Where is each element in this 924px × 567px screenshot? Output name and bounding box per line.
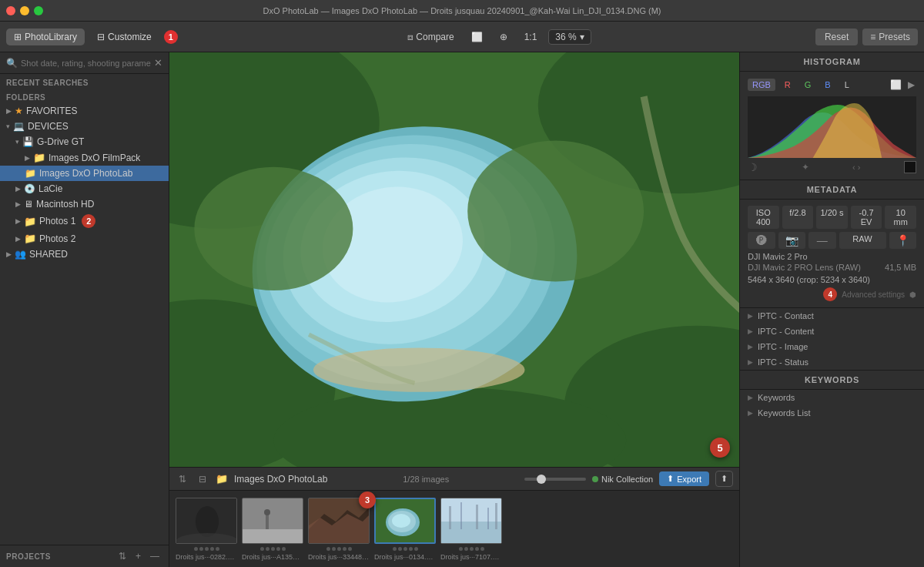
tab-b[interactable]: B xyxy=(820,79,835,91)
thumbnail-label: Droits jus···7107.ARW xyxy=(440,553,502,561)
shadow-icon[interactable]: ☽ xyxy=(748,161,758,173)
chevron-right-icon-p2: ▶ xyxy=(15,235,21,243)
right-arrow-icon[interactable]: › xyxy=(858,163,861,172)
histogram-chart xyxy=(748,96,916,158)
meta-focal: 10 mm xyxy=(885,206,916,229)
thumb-rating xyxy=(260,547,286,551)
zoom-1to1-button[interactable]: 1:1 xyxy=(519,29,543,45)
histogram-view-icons: ⬜ ▶ xyxy=(889,78,916,92)
sidebar-item-photos1[interactable]: ▶ 📁 Photos 1 2 xyxy=(0,212,169,230)
reset-button[interactable]: Reset xyxy=(815,29,858,45)
badge-3: 3 xyxy=(359,492,376,508)
iptc-content-item[interactable]: ▶ IPTC - Content xyxy=(740,324,924,339)
folder-icon-p1: 📁 xyxy=(24,216,36,227)
fit-button[interactable]: ⊕ xyxy=(494,29,513,45)
chevron-right-icon: ▶ xyxy=(748,409,753,417)
meta-location-button[interactable]: 📍 xyxy=(889,232,917,249)
highlight-icon[interactable]: ✦ xyxy=(802,162,809,173)
histogram-display-button[interactable]: ⬜ xyxy=(889,78,903,92)
keywords-list-item[interactable]: ▶ Keywords List xyxy=(740,405,924,421)
list-item[interactable]: Droits jus···7107.ARW xyxy=(440,498,502,561)
sidebar-scroll: RECENT SEARCHES FOLDERS ▶ ★ FAVORITES ▾ … xyxy=(0,74,169,545)
filmstrip-filter-button[interactable]: ⊟ xyxy=(196,473,209,485)
minimize-button[interactable] xyxy=(20,6,29,15)
search-input[interactable] xyxy=(21,59,151,68)
thumb-rating xyxy=(194,547,219,551)
svg-point-16 xyxy=(196,506,219,537)
share-button[interactable]: ⬆ xyxy=(715,471,733,487)
search-clear-button[interactable]: ✕ xyxy=(154,57,162,69)
fullscreen-button[interactable] xyxy=(34,6,43,15)
main-layout: 🔍 ✕ RECENT SEARCHES FOLDERS ▶ ★ FAVORITE… xyxy=(0,52,924,567)
advanced-settings-button[interactable]: Advanced settings xyxy=(842,290,905,299)
compare-button[interactable]: ⧈ Compare xyxy=(402,29,460,45)
thumbnail-selected[interactable] xyxy=(374,498,436,544)
metadata-section: ISO 400 f/2.8 1/20 s -0.7 EV 10 mm 🅟 📷 —… xyxy=(740,200,924,308)
meta-shutter: 1/20 s xyxy=(816,206,848,229)
window-title: DxO PhotoLab — Images DxO PhotoLab — Dro… xyxy=(263,6,661,15)
meta-palette-button[interactable]: 🅟 xyxy=(748,232,775,249)
more-projects-button[interactable]: — xyxy=(147,550,162,562)
iptc-image-item[interactable]: ▶ IPTC - Image xyxy=(740,339,924,354)
list-item[interactable]: Droits jus···0134.DNG xyxy=(374,498,436,561)
tab-l[interactable]: L xyxy=(840,79,854,91)
histogram-header: HISTOGRAM xyxy=(740,52,924,72)
meta-dash-button[interactable]: — xyxy=(808,232,836,249)
star-icon: ★ xyxy=(15,106,23,116)
nik-collection-badge: Nik Collection xyxy=(592,475,653,484)
tab-r[interactable]: R xyxy=(780,79,795,91)
thumb-rating xyxy=(393,547,418,551)
sort-projects-button[interactable]: ⇅ xyxy=(116,550,129,562)
iptc-contact-item[interactable]: ▶ IPTC - Contact xyxy=(740,308,924,324)
sidebar-item-photos2[interactable]: ▶ 📁 Photos 2 xyxy=(0,230,169,247)
chevron-right-icon-fp: ▶ xyxy=(25,154,30,162)
sidebar-item-lacie[interactable]: ▶ 💿 LaCie xyxy=(0,181,169,196)
filmstrip-folder-name: Images DxO PhotoLab xyxy=(234,474,327,485)
display-mode-button[interactable]: ⬜ xyxy=(466,29,488,45)
search-icon: 🔍 xyxy=(6,58,18,69)
filmstrip-zoom-slider[interactable] xyxy=(524,478,586,481)
svg-point-28 xyxy=(392,514,410,528)
iptc-status-item[interactable]: ▶ IPTC - Status xyxy=(740,354,924,370)
presets-button[interactable]: ≡ Presets xyxy=(862,29,918,45)
add-project-button[interactable]: + xyxy=(132,550,144,562)
customize-button[interactable]: ⊟ Customize xyxy=(89,29,159,45)
sidebar-item-gdrive[interactable]: ▾ 💾 G-Drive GT xyxy=(0,134,169,149)
left-arrow-icon[interactable]: ‹ xyxy=(852,163,855,172)
tab-g[interactable]: G xyxy=(800,79,816,91)
svg-rect-34 xyxy=(487,508,489,529)
photo-library-button[interactable]: ⊞ PhotoLibrary xyxy=(6,29,85,45)
macintosh-label: Macintosh HD xyxy=(36,199,94,210)
svg-rect-31 xyxy=(449,506,451,529)
svg-rect-20 xyxy=(266,514,269,529)
presets-icon: ≡ xyxy=(870,32,875,42)
image-viewer: 5 xyxy=(169,52,739,467)
list-item[interactable]: Droits jus···A1352.cr2 xyxy=(242,498,303,561)
thumbnail[interactable] xyxy=(242,498,303,544)
tab-rgb[interactable]: RGB xyxy=(748,79,775,91)
sidebar-item-filmpack[interactable]: ▶ 📁 Images DxO FilmPack xyxy=(0,149,169,166)
slider-thumb[interactable] xyxy=(537,475,546,484)
export-button[interactable]: ⬆ Export xyxy=(659,471,709,486)
toolbar-center: ⧈ Compare ⬜ ⊕ 1:1 36 % ▾ xyxy=(402,29,591,45)
favorites-label: FAVORITES xyxy=(26,106,77,116)
sidebar-item-devices[interactable]: ▾ 💻 DEVICES xyxy=(0,119,169,134)
zoom-display[interactable]: 36 % ▾ xyxy=(548,29,591,45)
thumbnail[interactable] xyxy=(440,498,502,544)
filmstrip-sort-button[interactable]: ⇅ xyxy=(176,473,189,485)
histogram-settings-button[interactable]: ▶ xyxy=(906,78,916,92)
svg-rect-32 xyxy=(460,502,462,529)
thumbnail[interactable] xyxy=(176,498,237,544)
sidebar-item-favorites[interactable]: ▶ ★ FAVORITES xyxy=(0,103,169,119)
sidebar-item-macintosh[interactable]: ▶ 🖥 Macintosh HD xyxy=(0,196,169,212)
list-item[interactable]: 3 Droits jus···33448.rw2 xyxy=(308,498,370,561)
thumbnail-svg xyxy=(176,498,237,544)
list-item[interactable]: Droits jus···0282.DNG xyxy=(176,498,237,561)
keywords-item[interactable]: ▶ Keywords xyxy=(740,390,924,405)
meta-camera-button[interactable]: 📷 xyxy=(778,232,806,249)
close-button[interactable] xyxy=(6,6,15,15)
sidebar-item-shared[interactable]: ▶ 👥 SHARED xyxy=(0,247,169,262)
sidebar-item-photolab[interactable]: 📁 Images DxO PhotoLab xyxy=(0,166,169,181)
photos1-label: Photos 1 xyxy=(39,216,75,226)
folder-icon-p2: 📁 xyxy=(24,233,36,244)
